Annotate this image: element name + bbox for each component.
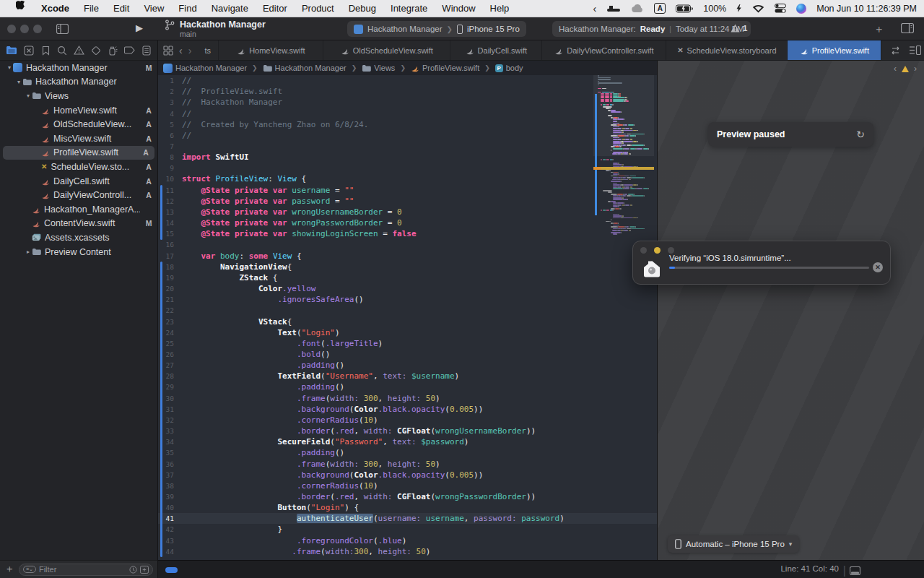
- code-line-17[interactable]: 17 var body: some View {: [157, 251, 657, 262]
- sidebar-item-dailyviewcontroll-[interactable]: DailyViewControll...A: [0, 188, 157, 202]
- breadcrumb-hackathon-manager[interactable]: Hackathon Manager: [163, 64, 247, 73]
- code-line-24[interactable]: 24 Text("Login"): [157, 327, 657, 338]
- code-line-20[interactable]: 20 Color.yellow: [157, 283, 657, 294]
- tests-icon[interactable]: [91, 45, 101, 56]
- control-center-icon[interactable]: [775, 4, 786, 13]
- code-line-33[interactable]: 33 .border(.red, width: CGFloat(wrongUse…: [157, 426, 657, 436]
- sidebar-item-hackathon-manager[interactable]: ▾Hackathon ManagerM: [0, 61, 157, 75]
- forward-button[interactable]: ›: [188, 45, 192, 56]
- sidebar-item-dailycell-swift[interactable]: DailyCell.swiftA: [0, 174, 157, 189]
- prev-issue-button[interactable]: ‹: [894, 64, 897, 74]
- next-issue-button[interactable]: ›: [914, 64, 917, 74]
- menu-xcode[interactable]: Xcode: [34, 0, 77, 17]
- debug-icon[interactable]: [108, 45, 118, 56]
- sidebar-item-homeview-swift[interactable]: HomeView.swiftA: [0, 103, 157, 118]
- menu-editor[interactable]: Editor: [256, 0, 295, 17]
- preview-device-selector[interactable]: Automatic – iPhone 15 Pro ▾: [668, 535, 799, 553]
- code-line-9[interactable]: 9: [157, 163, 657, 173]
- swap-editors-icon[interactable]: [890, 46, 901, 55]
- menu-navigate[interactable]: Navigate: [204, 0, 256, 17]
- menu-integrate[interactable]: Integrate: [383, 0, 435, 17]
- code-line-8[interactable]: 8import SwiftUI: [157, 152, 657, 163]
- disclosure-right-icon[interactable]: ▸: [25, 249, 32, 255]
- code-line-31[interactable]: 31 .background(Color.black.opacity(0.005…: [157, 404, 657, 415]
- toggle-navigator-icon[interactable]: [56, 24, 69, 37]
- filter-field[interactable]: ≡⌄ Filter: [19, 564, 153, 576]
- sidebar-item-hackathon-manager[interactable]: ▾Hackathon Manager: [0, 75, 157, 90]
- menu-clock[interactable]: Mon Jun 10 11:26:39 PM: [816, 4, 917, 14]
- sidebar-item-profileview-swift[interactable]: ProfileView.swiftA: [3, 146, 154, 160]
- code-line-21[interactable]: 21 .ignoresSafeArea(): [157, 294, 657, 305]
- code-line-40[interactable]: 40 Button("Login") {: [157, 502, 657, 513]
- breadcrumb-profileview-swift[interactable]: ProfileView.swift: [411, 64, 479, 72]
- issues-icon[interactable]: [74, 45, 84, 56]
- window-zoom-button[interactable]: [33, 25, 42, 33]
- menubar-app-icon[interactable]: [606, 4, 621, 13]
- code-line-32[interactable]: 32 .cornerRadius(10): [157, 415, 657, 426]
- add-file-button[interactable]: ＋: [4, 563, 14, 576]
- code-line-19[interactable]: 19 ZStack {: [157, 272, 657, 283]
- code-line-42[interactable]: 42 }: [157, 524, 657, 535]
- disclosure-down-icon[interactable]: ▾: [25, 92, 32, 99]
- scheme-selector[interactable]: Hackathon Manager ❯ iPhone 15 Pro: [347, 21, 526, 37]
- tab-dailyviewcontroller-swift[interactable]: DailyViewController.swift: [542, 40, 666, 60]
- breakpoint-pill[interactable]: [165, 567, 178, 573]
- code-line-26[interactable]: 26 .bold(): [157, 349, 657, 360]
- tab-dailycell-swift[interactable]: DailyCell.swift: [450, 40, 542, 60]
- code-line-35[interactable]: 35 .padding(): [157, 447, 657, 458]
- code-line-18[interactable]: 18 NavigationView{: [157, 262, 657, 272]
- code-line-11[interactable]: 11 @State private var username = "": [157, 185, 657, 196]
- code-line-43[interactable]: 43 .foregroundColor(.blue): [157, 535, 657, 546]
- window-close-button[interactable]: [7, 25, 16, 33]
- bookmark-icon[interactable]: [40, 45, 51, 56]
- breadcrumb-views[interactable]: Views: [362, 64, 395, 72]
- sidebar-item-scheduleview-sto-[interactable]: ✕ScheduleView.sto...A: [0, 160, 157, 174]
- source-editor[interactable]: 1//2// ProfileView.swift3// Hackathon Ma…: [157, 75, 657, 560]
- code-line-12[interactable]: 12 @State private var password = "": [157, 196, 657, 207]
- breadcrumb-hackathon-manager[interactable]: Hackathon Manager: [263, 64, 346, 72]
- search-icon[interactable]: [57, 45, 67, 56]
- breadcrumb-body[interactable]: Pbody: [495, 64, 523, 72]
- code-line-41[interactable]: 41 authenticateUser(username: username, …: [157, 513, 657, 524]
- project-info[interactable]: Hackathon Manager main: [165, 20, 266, 38]
- code-line-38[interactable]: 38 .cornerRadius(10): [157, 480, 657, 491]
- tab-oldscheduleview-swift[interactable]: OldScheduleView.swift: [323, 40, 450, 60]
- project-navigator-icon[interactable]: [6, 45, 17, 56]
- sidebar-item-miscview-swift[interactable]: MiscView.swiftA: [0, 131, 157, 146]
- code-line-29[interactable]: 29 .padding(): [157, 381, 657, 392]
- code-line-5[interactable]: 5// Created by Yancheng Zhao on 6/8/24.: [157, 119, 657, 130]
- sidebar-item-assets-xcassets[interactable]: Assets.xcassets: [0, 230, 157, 245]
- resume-preview-icon[interactable]: ↻: [856, 129, 865, 140]
- apple-menu-icon[interactable]: [7, 0, 34, 17]
- code-line-34[interactable]: 34 SecureField("Password", text: $passwo…: [157, 436, 657, 447]
- notification-close-icon[interactable]: ✕: [873, 262, 883, 272]
- code-line-28[interactable]: 28 TextField("Username", text: $username…: [157, 371, 657, 381]
- code-line-15[interactable]: 15 @State private var showingLoginScreen…: [157, 228, 657, 239]
- menu-file[interactable]: File: [77, 0, 106, 17]
- code-line-14[interactable]: 14 @State private var wrongPasswordBorde…: [157, 217, 657, 228]
- menu-help[interactable]: Help: [483, 0, 517, 17]
- siri-icon[interactable]: [796, 4, 806, 14]
- back-button[interactable]: ‹: [179, 45, 183, 56]
- run-button[interactable]: ▶: [136, 22, 143, 33]
- disclosure-down-icon[interactable]: ▾: [6, 64, 13, 71]
- menu-find[interactable]: Find: [171, 0, 204, 17]
- code-line-16[interactable]: 16: [157, 239, 657, 250]
- canvas-divider[interactable]: [657, 61, 658, 560]
- code-line-23[interactable]: 23 VStack{: [157, 316, 657, 327]
- canvas-warning-icon[interactable]: [902, 66, 909, 72]
- recents-clock-icon[interactable]: [129, 566, 137, 574]
- code-line-30[interactable]: 30 .frame(width: 300, height: 50): [157, 393, 657, 404]
- menu-edit[interactable]: Edit: [106, 0, 136, 17]
- code-line-4[interactable]: 4//: [157, 108, 657, 118]
- bottom-panel-icon[interactable]: [850, 565, 860, 578]
- code-line-10[interactable]: 10struct ProfileView: View {: [157, 173, 657, 184]
- breakpoints-icon[interactable]: [124, 45, 135, 56]
- code-line-39[interactable]: 39 .border(.red, width: CGFloat(wrongPas…: [157, 491, 657, 502]
- code-line-3[interactable]: 3// Hackathon Manager: [157, 97, 657, 108]
- add-button[interactable]: ＋: [873, 22, 884, 36]
- tab-homeview-swift[interactable]: HomeView.swift: [219, 40, 323, 60]
- tab-overview-icon[interactable]: [163, 46, 173, 56]
- chevron-left-icon[interactable]: ‹: [593, 3, 597, 14]
- menu-window[interactable]: Window: [435, 0, 482, 17]
